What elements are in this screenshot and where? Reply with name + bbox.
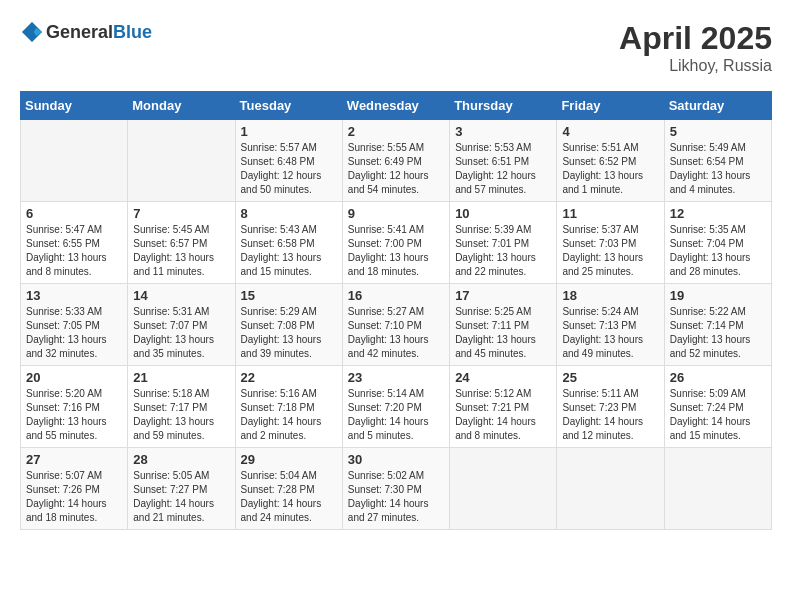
day-info: Sunrise: 5:09 AM Sunset: 7:24 PM Dayligh… — [670, 387, 766, 443]
day-info: Sunrise: 5:25 AM Sunset: 7:11 PM Dayligh… — [455, 305, 551, 361]
day-number: 12 — [670, 206, 766, 221]
day-number: 11 — [562, 206, 658, 221]
month-year-title: April 2025 — [619, 20, 772, 57]
day-number: 6 — [26, 206, 122, 221]
day-number: 8 — [241, 206, 337, 221]
calendar-table: SundayMondayTuesdayWednesdayThursdayFrid… — [20, 91, 772, 530]
day-info: Sunrise: 5:47 AM Sunset: 6:55 PM Dayligh… — [26, 223, 122, 279]
calendar-cell: 23Sunrise: 5:14 AM Sunset: 7:20 PM Dayli… — [342, 366, 449, 448]
day-number: 10 — [455, 206, 551, 221]
day-info: Sunrise: 5:16 AM Sunset: 7:18 PM Dayligh… — [241, 387, 337, 443]
weekday-header-tuesday: Tuesday — [235, 92, 342, 120]
day-number: 4 — [562, 124, 658, 139]
day-info: Sunrise: 5:04 AM Sunset: 7:28 PM Dayligh… — [241, 469, 337, 525]
calendar-cell: 1Sunrise: 5:57 AM Sunset: 6:48 PM Daylig… — [235, 120, 342, 202]
calendar-cell: 8Sunrise: 5:43 AM Sunset: 6:58 PM Daylig… — [235, 202, 342, 284]
calendar-cell: 5Sunrise: 5:49 AM Sunset: 6:54 PM Daylig… — [664, 120, 771, 202]
weekday-header-thursday: Thursday — [450, 92, 557, 120]
day-number: 14 — [133, 288, 229, 303]
calendar-week-row: 1Sunrise: 5:57 AM Sunset: 6:48 PM Daylig… — [21, 120, 772, 202]
day-number: 5 — [670, 124, 766, 139]
day-info: Sunrise: 5:22 AM Sunset: 7:14 PM Dayligh… — [670, 305, 766, 361]
day-number: 26 — [670, 370, 766, 385]
calendar-cell: 25Sunrise: 5:11 AM Sunset: 7:23 PM Dayli… — [557, 366, 664, 448]
calendar-cell: 29Sunrise: 5:04 AM Sunset: 7:28 PM Dayli… — [235, 448, 342, 530]
day-number: 15 — [241, 288, 337, 303]
day-info: Sunrise: 5:14 AM Sunset: 7:20 PM Dayligh… — [348, 387, 444, 443]
day-info: Sunrise: 5:39 AM Sunset: 7:01 PM Dayligh… — [455, 223, 551, 279]
day-info: Sunrise: 5:20 AM Sunset: 7:16 PM Dayligh… — [26, 387, 122, 443]
day-info: Sunrise: 5:27 AM Sunset: 7:10 PM Dayligh… — [348, 305, 444, 361]
weekday-header-row: SundayMondayTuesdayWednesdayThursdayFrid… — [21, 92, 772, 120]
day-number: 23 — [348, 370, 444, 385]
day-number: 3 — [455, 124, 551, 139]
day-info: Sunrise: 5:07 AM Sunset: 7:26 PM Dayligh… — [26, 469, 122, 525]
calendar-cell: 20Sunrise: 5:20 AM Sunset: 7:16 PM Dayli… — [21, 366, 128, 448]
day-info: Sunrise: 5:33 AM Sunset: 7:05 PM Dayligh… — [26, 305, 122, 361]
calendar-cell: 14Sunrise: 5:31 AM Sunset: 7:07 PM Dayli… — [128, 284, 235, 366]
calendar-cell: 24Sunrise: 5:12 AM Sunset: 7:21 PM Dayli… — [450, 366, 557, 448]
calendar-cell: 11Sunrise: 5:37 AM Sunset: 7:03 PM Dayli… — [557, 202, 664, 284]
day-info: Sunrise: 5:24 AM Sunset: 7:13 PM Dayligh… — [562, 305, 658, 361]
location-title: Likhoy, Russia — [619, 57, 772, 75]
day-number: 19 — [670, 288, 766, 303]
weekday-header-wednesday: Wednesday — [342, 92, 449, 120]
calendar-cell: 15Sunrise: 5:29 AM Sunset: 7:08 PM Dayli… — [235, 284, 342, 366]
day-number: 21 — [133, 370, 229, 385]
calendar-cell: 18Sunrise: 5:24 AM Sunset: 7:13 PM Dayli… — [557, 284, 664, 366]
calendar-week-row: 13Sunrise: 5:33 AM Sunset: 7:05 PM Dayli… — [21, 284, 772, 366]
day-info: Sunrise: 5:53 AM Sunset: 6:51 PM Dayligh… — [455, 141, 551, 197]
day-info: Sunrise: 5:51 AM Sunset: 6:52 PM Dayligh… — [562, 141, 658, 197]
day-info: Sunrise: 5:49 AM Sunset: 6:54 PM Dayligh… — [670, 141, 766, 197]
day-info: Sunrise: 5:02 AM Sunset: 7:30 PM Dayligh… — [348, 469, 444, 525]
day-number: 18 — [562, 288, 658, 303]
weekday-header-sunday: Sunday — [21, 92, 128, 120]
calendar-week-row: 6Sunrise: 5:47 AM Sunset: 6:55 PM Daylig… — [21, 202, 772, 284]
calendar-cell — [664, 448, 771, 530]
logo-icon — [20, 20, 44, 44]
calendar-cell: 27Sunrise: 5:07 AM Sunset: 7:26 PM Dayli… — [21, 448, 128, 530]
calendar-cell: 16Sunrise: 5:27 AM Sunset: 7:10 PM Dayli… — [342, 284, 449, 366]
calendar-cell: 2Sunrise: 5:55 AM Sunset: 6:49 PM Daylig… — [342, 120, 449, 202]
day-number: 27 — [26, 452, 122, 467]
calendar-week-row: 20Sunrise: 5:20 AM Sunset: 7:16 PM Dayli… — [21, 366, 772, 448]
calendar-cell: 22Sunrise: 5:16 AM Sunset: 7:18 PM Dayli… — [235, 366, 342, 448]
day-info: Sunrise: 5:57 AM Sunset: 6:48 PM Dayligh… — [241, 141, 337, 197]
calendar-cell — [557, 448, 664, 530]
calendar-cell: 4Sunrise: 5:51 AM Sunset: 6:52 PM Daylig… — [557, 120, 664, 202]
day-info: Sunrise: 5:35 AM Sunset: 7:04 PM Dayligh… — [670, 223, 766, 279]
calendar-cell: 26Sunrise: 5:09 AM Sunset: 7:24 PM Dayli… — [664, 366, 771, 448]
day-number: 9 — [348, 206, 444, 221]
calendar-cell — [128, 120, 235, 202]
day-info: Sunrise: 5:29 AM Sunset: 7:08 PM Dayligh… — [241, 305, 337, 361]
day-info: Sunrise: 5:11 AM Sunset: 7:23 PM Dayligh… — [562, 387, 658, 443]
page-header: GeneralBlue April 2025 Likhoy, Russia — [20, 20, 772, 75]
calendar-cell — [450, 448, 557, 530]
day-number: 2 — [348, 124, 444, 139]
day-info: Sunrise: 5:18 AM Sunset: 7:17 PM Dayligh… — [133, 387, 229, 443]
calendar-cell: 10Sunrise: 5:39 AM Sunset: 7:01 PM Dayli… — [450, 202, 557, 284]
day-info: Sunrise: 5:43 AM Sunset: 6:58 PM Dayligh… — [241, 223, 337, 279]
weekday-header-saturday: Saturday — [664, 92, 771, 120]
calendar-cell: 13Sunrise: 5:33 AM Sunset: 7:05 PM Dayli… — [21, 284, 128, 366]
day-number: 30 — [348, 452, 444, 467]
day-number: 28 — [133, 452, 229, 467]
title-block: April 2025 Likhoy, Russia — [619, 20, 772, 75]
day-info: Sunrise: 5:37 AM Sunset: 7:03 PM Dayligh… — [562, 223, 658, 279]
day-number: 24 — [455, 370, 551, 385]
day-number: 13 — [26, 288, 122, 303]
calendar-cell: 3Sunrise: 5:53 AM Sunset: 6:51 PM Daylig… — [450, 120, 557, 202]
day-info: Sunrise: 5:12 AM Sunset: 7:21 PM Dayligh… — [455, 387, 551, 443]
calendar-cell: 7Sunrise: 5:45 AM Sunset: 6:57 PM Daylig… — [128, 202, 235, 284]
calendar-cell: 21Sunrise: 5:18 AM Sunset: 7:17 PM Dayli… — [128, 366, 235, 448]
calendar-cell: 9Sunrise: 5:41 AM Sunset: 7:00 PM Daylig… — [342, 202, 449, 284]
day-number: 17 — [455, 288, 551, 303]
logo: GeneralBlue — [20, 20, 152, 44]
weekday-header-monday: Monday — [128, 92, 235, 120]
calendar-cell: 19Sunrise: 5:22 AM Sunset: 7:14 PM Dayli… — [664, 284, 771, 366]
day-info: Sunrise: 5:55 AM Sunset: 6:49 PM Dayligh… — [348, 141, 444, 197]
logo-text-general: General — [46, 22, 113, 43]
day-info: Sunrise: 5:31 AM Sunset: 7:07 PM Dayligh… — [133, 305, 229, 361]
day-number: 7 — [133, 206, 229, 221]
day-info: Sunrise: 5:45 AM Sunset: 6:57 PM Dayligh… — [133, 223, 229, 279]
